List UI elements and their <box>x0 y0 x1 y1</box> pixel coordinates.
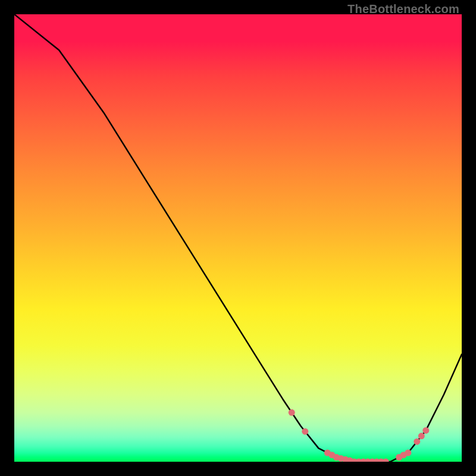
plot-area <box>14 14 462 462</box>
marker-dot <box>383 459 389 462</box>
marker-dots <box>289 409 430 462</box>
marker-dot <box>302 428 308 435</box>
marker-dot <box>422 427 429 434</box>
marker-dot <box>289 409 295 416</box>
chart-overlay <box>14 14 462 462</box>
marker-dot <box>414 439 420 445</box>
chart-frame: TheBottleneck.com <box>0 0 476 476</box>
marker-dot <box>405 450 411 456</box>
bottleneck-curve <box>14 14 462 462</box>
marker-dot <box>418 433 425 439</box>
